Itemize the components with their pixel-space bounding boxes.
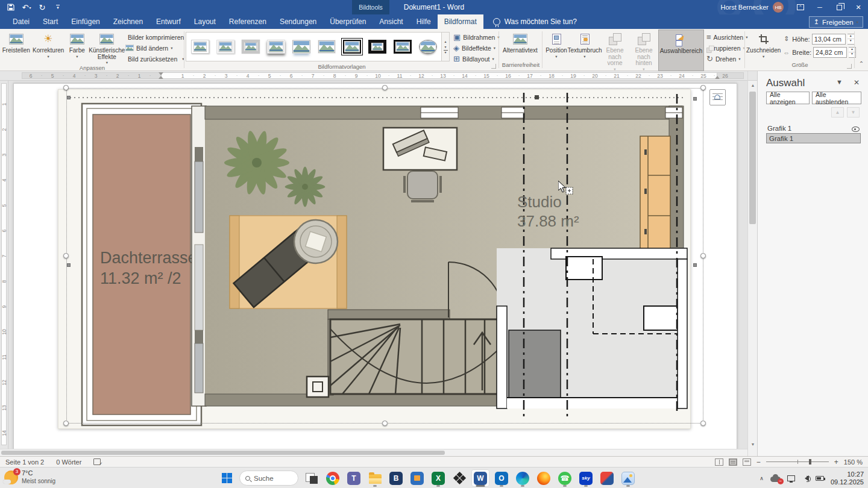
clock[interactable]: 10:27 09.12.2025 [831,471,864,486]
battery-icon[interactable] [816,476,824,481]
width-spinner[interactable]: ▲▼ [849,47,856,58]
tell-me-box[interactable]: Was möchten Sie tun? [493,14,577,29]
zoom-in-button[interactable]: + [834,459,838,465]
height-spinner[interactable]: ▲▼ [848,34,855,45]
start-button[interactable] [218,470,235,487]
picture-layout-button[interactable]: ⊞ Bildlayout▾ [453,54,498,63]
outlook-taskbar-icon[interactable]: O [492,469,511,487]
pane-close-icon[interactable]: ✕ [854,78,860,87]
picture-border-button[interactable]: ▣ Bildrahmen▾ [453,33,498,42]
network-icon[interactable] [787,475,795,481]
customize-qat-button[interactable]: ▼ [51,0,65,14]
remove-background-button[interactable]: Freistellen [1,30,31,64]
print-layout-button[interactable] [729,458,737,466]
size-dialog-launcher[interactable] [847,64,852,69]
picture-style-reflection[interactable] [289,37,313,57]
chrome-taskbar-icon[interactable] [324,469,342,487]
scroll-up-button[interactable]: ▲ [748,83,758,87]
rotate-button[interactable]: ↻ Drehen▾ [706,54,744,63]
word-count[interactable]: 0 Wörter [56,458,81,466]
tab-überprüfen[interactable]: Überprüfen [323,14,373,29]
vertical-scrollbar-thumb[interactable] [749,92,756,224]
collapse-ribbon-button[interactable]: ⌃ [855,29,868,70]
corrections-button[interactable]: ☀ Korrekturen▾ [31,30,66,64]
weather-widget[interactable]: 3 7°C Meist sonnig [4,469,55,485]
picture-style-soft[interactable] [315,37,338,57]
wrap-text-button[interactable]: Textumbruch▾ [569,30,600,71]
picture-style-oval[interactable] [416,37,439,57]
picture-effects-button[interactable]: ◈ Bildeffekte▾ [453,43,498,52]
tab-layout[interactable]: Layout [187,14,222,29]
office-taskbar-icon[interactable] [598,469,616,487]
tab-referenzen[interactable]: Referenzen [222,14,273,29]
selection-pane-button[interactable]: Auswahlbereich [658,30,704,71]
scroll-down-button[interactable]: ▼ [748,442,758,446]
floor-plan-image[interactable]: Dachterrasse 11.32 m² /2 [58,89,691,429]
color-button[interactable]: Farbe▾ [66,30,89,64]
hide-all-button[interactable]: Alle ausblenden [812,92,861,104]
web-layout-button[interactable] [743,458,751,466]
sky-taskbar-icon[interactable]: sky [577,469,595,487]
dropbox-taskbar-icon[interactable] [450,469,468,487]
onedrive-icon[interactable] [770,477,781,482]
speaker-icon[interactable] [802,475,809,481]
zoom-slider[interactable] [766,461,829,462]
right-indent-marker[interactable] [715,76,720,79]
edge-taskbar-icon[interactable] [514,469,532,487]
first-line-indent-marker[interactable] [159,72,163,75]
pane-options-chevron-icon[interactable]: ▼ [836,78,843,86]
change-picture-button[interactable]: Bild ändern▾ [125,43,183,52]
page-indicator[interactable]: Seite 1 von 2 [5,458,44,466]
selection-list-item[interactable]: Grafik 1 [767,123,860,133]
visibility-eye-icon[interactable] [852,125,860,131]
show-all-button[interactable]: Alle anzeigen [766,92,810,104]
proofing-icon[interactable] [93,458,101,465]
height-input[interactable]: 13,04 cm [812,34,846,45]
align-button[interactable]: ≡ Ausrichten▾ [706,33,744,42]
horizontal-scrollbar-thumb[interactable] [1,451,445,455]
tab-bildformat[interactable]: Bildformat [438,14,483,29]
tab-ansicht[interactable]: Ansicht [373,14,409,29]
zoom-slider-thumb[interactable] [809,459,811,465]
minimize-button[interactable]: ─ [810,0,829,14]
compress-pictures-button[interactable]: Bilder komprimieren [125,33,183,42]
zoom-out-button[interactable]: − [756,459,761,465]
signed-in-user[interactable]: Horst Bernecker [721,4,769,11]
picture-style-simple-white[interactable] [188,37,212,57]
hidden-icons-chevron-icon[interactable]: ∧ [760,475,764,481]
zoom-level[interactable]: 150 % [844,458,863,466]
reset-picture-button[interactable]: Bild zurücksetzen▾ [125,54,183,63]
hanging-indent-marker[interactable] [159,76,163,79]
tab-zeichnen[interactable]: Zeichnen [107,14,149,29]
picture-style-double-black[interactable] [340,37,363,57]
crop-button[interactable]: Zuschneiden▾ [746,30,781,61]
vertical-ruler[interactable]: 1234567891011121314 [0,81,8,449]
alt-text-button[interactable]: Alternativtext [500,30,540,61]
floor-plan-picture[interactable]: Dachterrasse 11.32 m² /2 [58,89,691,429]
styles-dialog-launcher[interactable] [491,64,496,69]
horizontal-ruler[interactable]: 1·2·3·4·5·6·1·2·3·4·5·6·7·8·9·10·11·12·1… [0,71,747,81]
bookings-taskbar-icon[interactable]: B [387,469,405,487]
layout-options-button[interactable] [709,89,726,105]
whatsapp-taskbar-icon[interactable]: ☎ [556,469,574,487]
task-view-taskbar-icon[interactable] [303,469,321,487]
tab-entwurf[interactable]: Entwurf [149,14,187,29]
restore-button[interactable] [829,0,849,14]
taskbar-search-input[interactable]: Suche [239,471,298,486]
picture-style-shadow[interactable] [264,37,288,57]
picture-style-black[interactable] [391,37,414,57]
excel-taskbar-icon[interactable]: X [429,469,447,487]
read-mode-button[interactable] [715,458,723,466]
tab-datei[interactable]: Datei [6,14,36,29]
share-button[interactable]: ↥ Freigeben ▾ [809,16,863,28]
ribbon-display-options-button[interactable]: ⌃ [791,0,810,14]
artistic-effects-button[interactable]: Künstlerische Effekte▾ [89,30,125,64]
picture-style-beveled[interactable] [213,37,237,57]
gallery-more-button[interactable]: ▴▾▾ [442,32,450,61]
close-button[interactable]: ✕ [849,0,868,14]
firefox-taskbar-icon[interactable] [535,469,553,487]
toolbox-taskbar-icon[interactable] [408,469,426,487]
explorer-taskbar-icon[interactable] [366,469,384,487]
tab-sendungen[interactable]: Sendungen [273,14,323,29]
word-taskbar-icon[interactable]: W [471,469,489,487]
